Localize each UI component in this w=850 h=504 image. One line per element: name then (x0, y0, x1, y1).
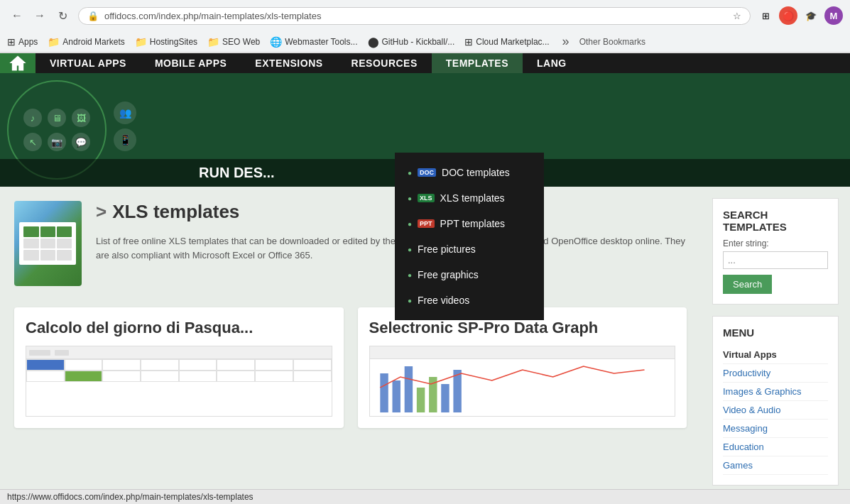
sp-cell (293, 359, 332, 371)
sp-cell (179, 359, 217, 371)
dropdown-free-videos[interactable]: ● Free videos (395, 287, 544, 313)
bookmark-cloud[interactable]: ⊞ Cloud Marketplac... (464, 36, 549, 48)
apps-grid-icon: ⊞ (7, 36, 16, 48)
sp-toolbar-btn (29, 350, 50, 356)
dropdown-ppt-label: PPT templates (440, 218, 506, 229)
sp-cell-blue (26, 359, 65, 371)
page-title: XLS templates (96, 201, 687, 223)
globe-icon: 🌐 (270, 36, 282, 48)
profile-icon[interactable]: M (824, 6, 843, 25)
cell-5 (40, 250, 55, 261)
sp-cell (217, 359, 255, 371)
hero-icon-camera: 📷 (48, 133, 66, 151)
bookmark-github-label: GitHub - Kickball/... (382, 37, 455, 47)
search-templates-title: SEARCH TEMPLATES (723, 209, 828, 233)
browser-toolbar: ← → ↻ 🔒 offidocs.com/index.php/main-temp… (0, 0, 850, 31)
dropdown-graphics-label: Free graphics (418, 269, 479, 280)
dropdown-free-pictures[interactable]: ● Free pictures (395, 236, 544, 262)
bookmark-seo-label: SEO Web (222, 37, 260, 47)
chart-svg (370, 359, 675, 416)
nav-resources[interactable]: RESOURCES (337, 53, 432, 73)
browser-actions: ⊞ 🔴 🎓 M (756, 6, 843, 25)
nav-virtual-apps[interactable]: VIRTUAL APPS (36, 53, 141, 73)
content-area: XLS templates List of free online XLS te… (0, 187, 701, 497)
svg-rect-3 (404, 366, 412, 412)
dropdown-ppt-templates[interactable]: ● PPT PPT templates (395, 211, 544, 236)
forward-button[interactable]: → (30, 6, 50, 26)
hero-icon-cursor: ↖ (23, 133, 42, 151)
sidebar-item-video-audio[interactable]: Video & Audio (723, 401, 828, 420)
sidebar-item-education[interactable]: Education (723, 438, 828, 456)
url-text[interactable]: offidocs.com/index.php/main-templates/xl… (104, 11, 727, 21)
card-selectronic-thumbnail (369, 346, 676, 417)
extension-badge-icon[interactable]: 🔴 (779, 6, 797, 25)
hero-icon-tablet: 📱 (114, 128, 136, 151)
sp-cell (102, 371, 141, 382)
chart-area (370, 359, 675, 416)
bookmark-android[interactable]: 📁 Android Markets (48, 36, 124, 48)
sp-cell (179, 371, 217, 382)
nav-buttons: ← → ↻ (7, 6, 72, 26)
bookmark-hosting-label: HostingSites (150, 37, 197, 47)
address-bar[interactable]: 🔒 offidocs.com/index.php/main-templates/… (78, 7, 751, 25)
menu-title: MENU (723, 327, 828, 339)
sidebar-item-messaging[interactable]: Messaging (723, 420, 828, 438)
sidebar-item-virtual-apps[interactable]: Virtual Apps (723, 346, 828, 364)
bookmark-seo[interactable]: 📁 SEO Web (207, 36, 260, 48)
hero-icons-grid: ♪ 🖥 🖼 ↖ 📷 💬 (23, 109, 90, 151)
sp-cell (293, 371, 332, 382)
home-button[interactable] (0, 53, 36, 73)
sp-cell (141, 359, 179, 371)
bookmark-cloud-label: Cloud Marketplac... (476, 37, 549, 47)
status-url: https://www.offidocs.com/index.php/main-… (7, 492, 254, 502)
sidebar-item-games[interactable]: Games (723, 456, 828, 475)
bookmark-github[interactable]: ⬤ GitHub - Kickball/... (368, 36, 455, 48)
bookmark-webmaster[interactable]: 🌐 Webmaster Tools... (270, 36, 357, 48)
folder-icon-android: 📁 (48, 36, 60, 48)
hero-icon-image: 🖼 (72, 109, 90, 127)
cell-1 (23, 239, 38, 249)
nav-templates[interactable]: TEMPLATES (432, 53, 523, 73)
more-bookmarks-button[interactable]: » (562, 34, 570, 49)
hero-icon-chat: 💬 (72, 133, 90, 151)
svg-rect-0 (370, 359, 675, 416)
other-bookmarks-label[interactable]: Other Bookmarks (579, 37, 645, 47)
cell-6 (57, 250, 72, 261)
dropdown-videos-label: Free videos (418, 295, 469, 306)
cell-h3 (57, 226, 72, 237)
card-selectronic[interactable]: Selectronic SP-Pro Data Graph (358, 307, 687, 428)
nav-mobile-apps[interactable]: MOBILE APPS (141, 53, 241, 73)
search-button[interactable]: Search (723, 275, 772, 294)
extension-grid-icon[interactable]: ⊞ (756, 6, 775, 25)
nav-lang[interactable]: LANG (523, 53, 581, 73)
card-grid: Calcolo del giorno di Pasqua... (14, 307, 687, 428)
bookmark-apps[interactable]: ⊞ Apps (7, 36, 38, 48)
sidebar-item-images-graphics[interactable]: Images & Graphics (723, 383, 828, 401)
sidebar: SEARCH TEMPLATES Enter string: Search ME… (701, 187, 850, 497)
bookmark-hosting[interactable]: 📁 HostingSites (135, 36, 197, 48)
refresh-button[interactable]: ↻ (53, 6, 72, 26)
dropdown-doc-templates[interactable]: ● DOC DOC templates (395, 160, 544, 185)
lock-icon: 🔒 (87, 11, 99, 21)
dot-icon-graphics: ● (408, 271, 412, 279)
spreadsheet-preview-2 (370, 346, 675, 416)
nav-extensions[interactable]: EXTENSIONS (241, 53, 337, 73)
dropdown-xls-templates[interactable]: ● XLS XLS templates (395, 185, 544, 211)
dropdown-free-graphics[interactable]: ● Free graphics (395, 262, 544, 287)
card-calcolo[interactable]: Calcolo del giorno di Pasqua... (14, 307, 344, 428)
extension-hat-icon[interactable]: 🎓 (802, 6, 820, 25)
sidebar-item-productivity[interactable]: Productivity (723, 364, 828, 383)
cell-h2 (40, 226, 55, 237)
bookmark-star-icon[interactable]: ☆ (733, 11, 741, 21)
sidebar-menu: MENU Virtual Apps Productivity Images & … (712, 316, 839, 486)
search-input[interactable] (723, 251, 828, 269)
cell-4 (23, 250, 38, 261)
spreadsheet-preview-1 (26, 346, 332, 416)
svg-rect-6 (441, 384, 449, 412)
back-button[interactable]: ← (7, 6, 27, 26)
card-calcolo-title: Calcolo del giorno di Pasqua... (26, 319, 332, 337)
sp-cells-1 (26, 359, 332, 416)
hero-icon-people: 👥 (114, 102, 136, 124)
sp-cell (255, 371, 293, 382)
sp-cell (26, 371, 65, 382)
